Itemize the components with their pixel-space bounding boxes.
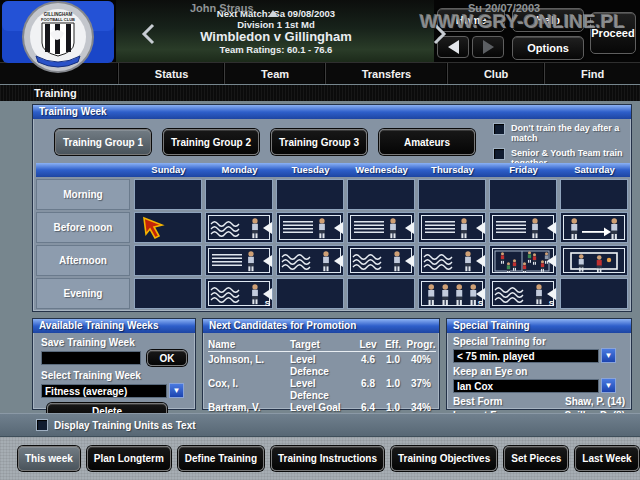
group-button-training-group-3[interactable]: Training Group 3 [271, 129, 367, 155]
manager-name: John Straus [190, 2, 254, 14]
schedule-cell-wednesday-evening[interactable] [347, 278, 415, 309]
nav-button-this-week[interactable]: This week [18, 446, 80, 471]
group-button-amateurs[interactable]: Amateurs [379, 129, 475, 155]
schedule-cell-monday-evening[interactable]: S [205, 278, 273, 309]
menu-item-transfers[interactable]: Transfers [325, 63, 447, 84]
day-header-friday: Friday [488, 163, 559, 177]
session-label-morning: Morning [36, 179, 130, 210]
menu-item-status[interactable]: Status [118, 63, 224, 84]
nav-button-define-training[interactable]: Define Training [178, 446, 264, 471]
level: 6.8 [356, 378, 380, 402]
match-practice-icon [563, 248, 625, 273]
candidate-row[interactable]: Cox, I.Level Defence6.81.037% [208, 378, 436, 402]
display-units-strip: Display Training Units as Text [0, 413, 640, 437]
available-training-weeks-panel: Available Training Weeks Save Training W… [32, 318, 196, 410]
next-match-info: Next Match: Sa 09/08/2003 Division 1 1st… [156, 8, 396, 55]
menu-item-club[interactable]: Club [447, 63, 544, 84]
top-header: John Straus Su 20/07/2003 Next Match: Sa… [0, 0, 640, 84]
schedule-cell-monday-afternoon[interactable] [205, 245, 273, 276]
schedule-cell-saturday-morning[interactable] [560, 179, 628, 210]
menu-item-find[interactable]: Find [544, 63, 640, 84]
cell-arrow-icon [263, 222, 272, 234]
training-week-dropdown-arrow-icon[interactable]: ▼ [169, 383, 184, 398]
schedule-cell-friday-evening[interactable]: S [489, 278, 557, 309]
checkbox-senior-youth-team-train-together[interactable] [493, 148, 505, 160]
schedule-cell-friday-before-noon[interactable] [489, 212, 557, 243]
swimming-training-icon [350, 248, 412, 273]
schedule-cell-tuesday-morning[interactable] [276, 179, 344, 210]
training-groups: Training Group 1Training Group 2Training… [55, 127, 475, 157]
training-week-header: Training Week [33, 105, 631, 119]
day-header-saturday: Saturday [559, 163, 630, 177]
save-training-week-input[interactable] [41, 351, 141, 365]
menu-item-team[interactable]: Team [224, 63, 325, 84]
training-schedule: SundayMondayTuesdayWednesdayThursdayFrid… [36, 163, 630, 309]
schedule-cell-friday-afternoon[interactable] [489, 245, 557, 276]
cell-arrow-icon [405, 255, 414, 267]
schedule-cell-sunday-morning[interactable] [134, 179, 202, 210]
nav-button-training-instructions[interactable]: Training Instructions [271, 446, 384, 471]
schedule-cell-thursday-evening[interactable]: S [418, 278, 486, 309]
session-label-evening: Evening [36, 278, 130, 309]
option-row: Don't train the day after a match [493, 123, 629, 143]
special-training-for-label: Special Training for [453, 336, 631, 347]
session-label-text: Evening [64, 288, 103, 299]
special-session-marker: S [478, 299, 483, 308]
group-button-training-group-1[interactable]: Training Group 1 [55, 129, 151, 155]
column-header-lev: Lev [356, 339, 380, 351]
schedule-cell-thursday-morning[interactable] [418, 179, 486, 210]
nav-button-set-pieces[interactable]: Set Pieces [504, 446, 568, 471]
checkbox-don-t-train-the-day-after-a-match[interactable] [493, 123, 505, 135]
cell-arrow-icon [476, 222, 485, 234]
available-training-weeks-header: Available Training Weeks [33, 319, 195, 333]
nav-button-last-week[interactable]: Last Week [575, 446, 638, 471]
display-units-checkbox[interactable] [36, 419, 48, 431]
prev-fixture-arrow-icon[interactable] [140, 22, 156, 46]
nav-button-plan-longterm[interactable]: Plan Longterm [87, 446, 171, 471]
running-training-icon [492, 215, 554, 240]
candidates-panel: Next Candidates for Promotion NameTarget… [202, 318, 440, 410]
schedule-cell-wednesday-before-noon[interactable] [347, 212, 415, 243]
svg-text:FOOTBALL CLUB: FOOTBALL CLUB [41, 17, 75, 22]
candidate-row[interactable]: Johnson, L.Level Defence4.61.040% [208, 354, 436, 378]
schedule-cell-friday-morning[interactable] [489, 179, 557, 210]
effect: 1.0 [380, 378, 406, 402]
best-form-label: Best Form [453, 396, 533, 407]
page-title-bar: Training [0, 85, 640, 101]
passing-drill-icon [563, 215, 625, 240]
schedule-cell-sunday-evening[interactable] [134, 278, 202, 309]
up-arrow-icon[interactable] [268, 10, 278, 17]
special-training-for-dropdown-arrow-icon[interactable]: ▼ [601, 348, 616, 363]
schedule-cell-monday-before-noon[interactable] [205, 212, 273, 243]
best-form-value: Shaw, P. (14) [533, 396, 629, 407]
keep-an-eye-on-select[interactable]: Ian Cox [453, 379, 599, 393]
schedule-cell-wednesday-afternoon[interactable] [347, 245, 415, 276]
schedule-cell-tuesday-afternoon[interactable] [276, 245, 344, 276]
session-label-text: Before noon [54, 222, 113, 233]
schedule-cell-thursday-before-noon[interactable] [418, 212, 486, 243]
ok-button[interactable]: OK [147, 350, 187, 366]
keep-an-eye-on-dropdown-arrow-icon[interactable]: ▼ [601, 378, 616, 393]
schedule-cell-sunday-before-noon[interactable] [134, 212, 202, 243]
history-forward-button[interactable] [472, 36, 504, 58]
schedule-cell-monday-morning[interactable] [205, 179, 273, 210]
progress: 40% [406, 354, 436, 378]
day-header-wednesday: Wednesday [346, 163, 417, 177]
special-training-for-select[interactable]: < 75 min. played [453, 349, 599, 363]
schedule-cell-saturday-evening[interactable] [560, 278, 628, 309]
schedule-cell-tuesday-evening[interactable] [276, 278, 344, 309]
day-header-thursday: Thursday [417, 163, 488, 177]
training-week-select[interactable]: Fitness (average) [41, 384, 167, 398]
group-button-training-group-2[interactable]: Training Group 2 [163, 129, 259, 155]
schedule-cell-saturday-afternoon[interactable] [560, 245, 628, 276]
schedule-corner [36, 163, 133, 177]
nav-button-training-objectives[interactable]: Training Objectives [391, 446, 497, 471]
schedule-cell-saturday-before-noon[interactable] [560, 212, 628, 243]
page-title: Training [0, 87, 77, 99]
schedule-cell-sunday-afternoon[interactable] [134, 245, 202, 276]
schedule-cell-wednesday-morning[interactable] [347, 179, 415, 210]
day-header-tuesday: Tuesday [275, 163, 346, 177]
options-button[interactable]: Options [512, 36, 584, 60]
schedule-cell-thursday-afternoon[interactable] [418, 245, 486, 276]
schedule-cell-tuesday-before-noon[interactable] [276, 212, 344, 243]
